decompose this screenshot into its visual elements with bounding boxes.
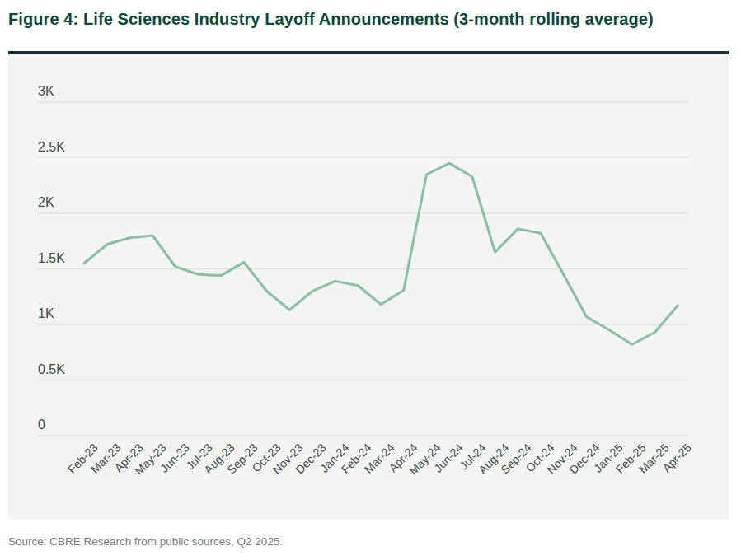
- y-axis-label: 0.5K: [38, 362, 65, 377]
- trend-line: [84, 163, 678, 344]
- y-axis-label: 2.5K: [38, 140, 65, 155]
- figure-title: Figure 4: Life Sciences Industry Layoff …: [8, 10, 717, 29]
- y-axis-label: 1.5K: [38, 251, 65, 266]
- report-page: Figure 4: Life Sciences Industry Layoff …: [0, 0, 741, 560]
- y-axis-label: 2K: [38, 195, 54, 210]
- y-axis-label: 1K: [38, 306, 54, 321]
- y-axis-label: 3K: [38, 84, 54, 99]
- chart-panel: 3K2.5K2K1.5K1K0.5K0 Feb-23Mar-23Apr-23Ma…: [8, 54, 729, 520]
- source-note: Source: CBRE Research from public source…: [8, 535, 283, 548]
- y-axis-label: 0: [38, 418, 45, 432]
